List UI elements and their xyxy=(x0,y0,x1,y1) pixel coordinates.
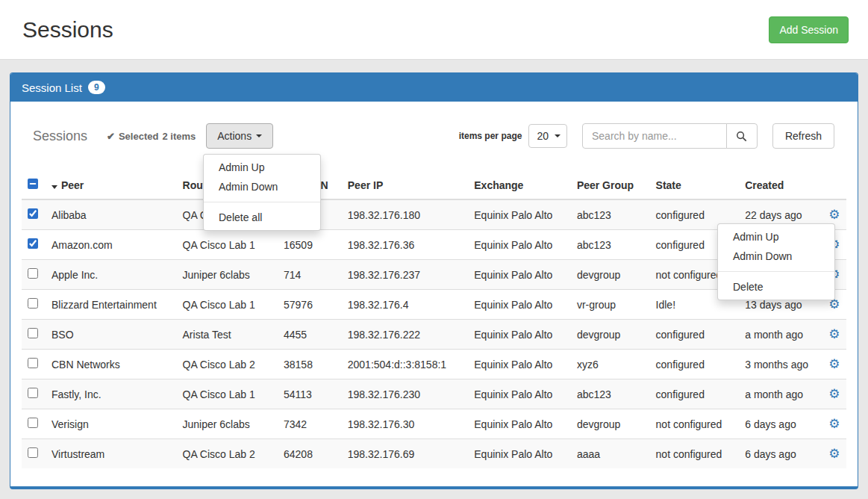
cell-peer-group: vr-group xyxy=(571,290,650,320)
row-menu-admin-down[interactable]: Admin Down xyxy=(718,247,834,266)
table-row: Fastly, Inc. QA Cisco Lab 1 54113 198.32… xyxy=(22,379,846,409)
row-actions-gear-icon[interactable]: ⚙ xyxy=(828,300,840,310)
cell-router: QA Cisco Lab 2 xyxy=(177,439,278,469)
actions-menu-admin-down[interactable]: Admin Down xyxy=(204,177,320,196)
cell-asn: 38158 xyxy=(278,350,342,379)
cell-created: a month ago xyxy=(739,320,822,350)
cell-peer: Amazon.com xyxy=(46,230,177,260)
cell-created: 3 months ago xyxy=(739,350,822,379)
cell-router: QA Cisco Lab 1 xyxy=(177,290,278,320)
menu-divider xyxy=(204,202,320,202)
selected-label: Selected xyxy=(119,131,158,142)
row-checkbox[interactable] xyxy=(28,298,38,309)
col-header-exchange[interactable]: Exchange xyxy=(468,170,571,199)
cell-peer-group: devgroup xyxy=(571,260,650,290)
col-header-actions xyxy=(822,170,846,199)
panel-title: Session List xyxy=(22,81,82,94)
selected-count: 2 items xyxy=(162,131,196,142)
row-checkbox[interactable] xyxy=(28,268,38,279)
col-header-peer[interactable]: Peer xyxy=(46,170,177,199)
cell-exchange: Equinix Palo Alto xyxy=(468,260,571,290)
cell-peer-ip: 198.32.176.222 xyxy=(342,320,469,350)
table-row: Virtustream QA Cisco Lab 2 64208 198.32.… xyxy=(22,439,846,469)
cell-exchange: Equinix Palo Alto xyxy=(468,379,571,409)
items-per-page-label: items per page xyxy=(459,131,522,141)
cell-created: 6 days ago xyxy=(739,409,822,439)
row-checkbox[interactable] xyxy=(28,358,38,368)
cell-peer: Verisign xyxy=(46,409,177,439)
cell-state: configured xyxy=(650,379,740,409)
table-toolbar: Sessions ✔ Selected 2 items Actions item… xyxy=(22,123,846,149)
refresh-button[interactable]: Refresh xyxy=(772,123,834,149)
row-actions-dropdown-menu: Admin Up Admin Down Delete xyxy=(717,223,835,300)
cell-state: not configured xyxy=(650,409,740,439)
cell-peer-ip: 198.32.176.237 xyxy=(342,260,469,290)
row-actions-gear-icon[interactable]: ⚙ xyxy=(828,359,840,370)
search-icon xyxy=(736,131,747,142)
cell-exchange: Equinix Palo Alto xyxy=(468,290,571,320)
actions-menu-delete-all[interactable]: Delete all xyxy=(204,208,320,227)
cell-peer-group: aaaa xyxy=(571,439,650,469)
table-row: CBN Networks QA Cisco Lab 2 38158 2001:5… xyxy=(22,350,846,379)
search-input[interactable] xyxy=(582,123,727,149)
cell-asn: 54113 xyxy=(278,379,342,409)
search-group xyxy=(582,123,758,149)
cell-router: QA Cisco Lab 2 xyxy=(177,350,278,379)
col-header-state[interactable]: State xyxy=(650,170,740,199)
row-checkbox[interactable] xyxy=(28,238,38,249)
page-header: Sessions Add Session xyxy=(0,0,868,60)
actions-dropdown-button[interactable]: Actions xyxy=(206,123,273,149)
col-header-peer-label: Peer xyxy=(61,179,84,191)
cell-asn: 7342 xyxy=(278,409,342,439)
cell-peer-ip: 2001:504:d::3:8158:1 xyxy=(342,350,469,379)
row-actions-gear-icon[interactable]: ⚙ xyxy=(828,389,840,400)
cell-peer-group: xyz6 xyxy=(571,350,650,379)
actions-button-label: Actions xyxy=(217,129,252,143)
col-header-peer-group[interactable]: Peer Group xyxy=(571,170,650,199)
cell-created: 6 days ago xyxy=(739,439,822,469)
row-menu-admin-up[interactable]: Admin Up xyxy=(718,227,834,247)
items-per-page-select[interactable]: 20 xyxy=(528,124,567,148)
row-actions-gear-icon[interactable]: ⚙ xyxy=(828,449,840,459)
check-icon: ✔ xyxy=(107,131,115,142)
row-actions-gear-icon[interactable]: ⚙ xyxy=(828,329,840,340)
cell-peer-ip: 198.32.176.230 xyxy=(342,379,469,409)
row-checkbox[interactable] xyxy=(28,388,38,398)
caret-down-icon xyxy=(555,134,561,137)
cell-asn: 57976 xyxy=(278,290,342,320)
cell-peer: CBN Networks xyxy=(46,350,177,379)
row-checkbox[interactable] xyxy=(28,328,38,338)
cell-created: a month ago xyxy=(739,379,822,409)
row-actions-gear-icon[interactable]: ⚙ xyxy=(828,419,840,430)
col-header-peer-ip[interactable]: Peer IP xyxy=(342,170,469,199)
cell-asn: 16509 xyxy=(278,230,342,260)
cell-peer: Fastly, Inc. xyxy=(46,379,177,409)
page-size-value: 20 xyxy=(537,130,549,142)
row-actions-gear-icon[interactable]: ⚙ xyxy=(828,210,840,220)
row-menu-delete[interactable]: Delete xyxy=(718,277,834,297)
row-checkbox[interactable] xyxy=(28,208,38,219)
cell-exchange: Equinix Palo Alto xyxy=(468,350,571,379)
actions-dropdown-menu: Admin Up Admin Down Delete all xyxy=(203,154,321,231)
cell-exchange: Equinix Palo Alto xyxy=(468,409,571,439)
select-all-checkbox[interactable] xyxy=(28,179,38,189)
actions-menu-admin-up[interactable]: Admin Up xyxy=(204,158,320,177)
session-count-badge: 9 xyxy=(88,81,105,94)
cell-peer: BSO xyxy=(46,320,177,350)
cell-exchange: Equinix Palo Alto xyxy=(468,199,571,230)
table-subtitle: Sessions xyxy=(33,128,87,144)
cell-peer-group: devgroup xyxy=(571,409,650,439)
cell-asn: 4455 xyxy=(278,320,342,350)
cell-peer-ip: 198.32.176.180 xyxy=(342,199,469,230)
add-session-button[interactable]: Add Session xyxy=(769,16,849,43)
cell-asn: 714 xyxy=(278,260,342,290)
menu-divider xyxy=(718,271,834,272)
cell-router: Arista Test xyxy=(177,320,278,350)
row-checkbox[interactable] xyxy=(28,418,38,428)
cell-peer-group: abc123 xyxy=(571,199,650,230)
cell-exchange: Equinix Palo Alto xyxy=(468,320,571,350)
caret-down-icon xyxy=(256,134,262,137)
search-button[interactable] xyxy=(726,123,758,149)
row-checkbox[interactable] xyxy=(28,447,38,458)
col-header-created[interactable]: Created xyxy=(739,170,822,199)
